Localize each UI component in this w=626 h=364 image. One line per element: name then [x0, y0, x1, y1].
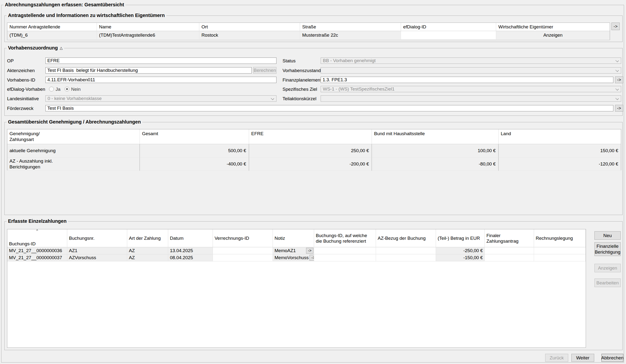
- weiter-button[interactable]: Weiter: [571, 354, 594, 362]
- bund-cell: -80,00 €: [372, 157, 499, 171]
- column-header-efdialog-id: efDialog-ID: [401, 23, 496, 31]
- bearbeiten-button: Bearbeiten: [594, 279, 621, 287]
- op-input[interactable]: [45, 58, 276, 64]
- column-header-notiz[interactable]: Notiz: [273, 229, 314, 247]
- arrow-right-icon: ->: [617, 105, 621, 111]
- datum-cell[interactable]: 13.04.2025: [168, 247, 213, 254]
- buchungsnr-cell[interactable]: AZVorschuss: [67, 254, 127, 261]
- az-bezug-cell[interactable]: [376, 247, 436, 254]
- finanzplanelement-input[interactable]: [321, 77, 613, 83]
- neu-button[interactable]: Neu: [594, 231, 621, 240]
- buchungs-id-cell[interactable]: MV_21_27__0000000036: [7, 247, 67, 254]
- column-header-bund: Bund mit Haushaltsstelle: [372, 129, 499, 144]
- notiz-open-button[interactable]: ->: [306, 248, 313, 254]
- efdialog-vorhaben-label: efDialog-Vorhaben: [7, 87, 45, 92]
- arrow-right-icon: ->: [312, 255, 314, 260]
- finaler-zahlungsantrag-cell[interactable]: [485, 247, 534, 254]
- rechnungslegung-cell[interactable]: [534, 254, 586, 261]
- vorhabens-id-input[interactable]: [45, 77, 276, 83]
- efdialog-nein-radio: [65, 87, 69, 91]
- betrag-cell[interactable]: -250,00 €: [436, 247, 485, 254]
- gesamtuebersicht-table: Genehmigung/ Zahlungsart Gesamt EFRE Bun…: [7, 129, 621, 170]
- referenz-cell[interactable]: [314, 247, 376, 254]
- column-header-art-der-zahlung[interactable]: Art der Zahlung: [127, 229, 168, 247]
- finanzplanelement-open-button[interactable]: ->: [615, 76, 623, 83]
- column-header-land: Land: [499, 129, 621, 144]
- verrechnungs-id-cell[interactable]: [213, 254, 273, 261]
- applicant-efdialog-id-cell: [401, 31, 496, 39]
- notiz-open-button[interactable]: ->: [310, 255, 314, 261]
- notiz-cell[interactable]: MemoAZ1 ->: [273, 247, 314, 254]
- applicant-name-cell: (TDM)TestAntragstellende6: [97, 31, 199, 39]
- column-header-betrag[interactable]: (Teil-) Betrag in EUR: [436, 229, 485, 247]
- chevron-down-icon: [615, 97, 619, 100]
- efre-cell: 250,00 €: [249, 144, 372, 157]
- rechnungslegung-cell[interactable]: [534, 247, 586, 254]
- column-header-efre: EFRE: [249, 129, 372, 144]
- efre-cell: -200,00 €: [249, 157, 372, 171]
- vorhabenszustand-label: Vorhabenszustand: [282, 68, 321, 73]
- datum-cell[interactable]: 08.04.2025: [168, 254, 213, 261]
- az-bezug-cell[interactable]: [376, 254, 436, 261]
- referenz-cell[interactable]: [314, 254, 376, 261]
- anzeigen-button: Anzeigen: [594, 264, 621, 272]
- column-header-finaler-zahlungsantrag[interactable]: Finaler Zahlungsantrag: [485, 229, 534, 247]
- eigentuemer-anzeigen-cell[interactable]: Anzeigen: [496, 31, 610, 39]
- table-row[interactable]: AZ - Auszahlung inkl. Berichtigungen -40…: [7, 157, 621, 171]
- chevron-down-icon: [615, 69, 619, 72]
- column-header-rechnungslegung[interactable]: Rechnungslegung: [534, 229, 586, 247]
- gesamtuebersicht-title: Gesamtübersicht Genehmigung / Abrechnung…: [6, 119, 142, 125]
- einzelzahlung-row[interactable]: MV_21_27__0000000037 AZVorschuss AZ 08.0…: [7, 254, 586, 261]
- arrow-right-icon: ->: [614, 24, 618, 29]
- applicants-table: Nummer Antragstellende Name Ort Straße e…: [7, 23, 610, 40]
- bund-cell: 100,00 €: [372, 144, 499, 157]
- status-label: Status: [282, 58, 296, 64]
- gesamt-cell: -400,00 €: [140, 157, 249, 171]
- column-header-strasse: Straße: [300, 23, 401, 31]
- column-header-wirtschaftliche-eigentuemer: Wirtschaftliche Eigentümer: [496, 23, 610, 31]
- chevron-down-icon: [271, 97, 274, 100]
- arrow-right-icon: ->: [617, 77, 621, 83]
- vorhabenszustand-select: [321, 67, 621, 73]
- betrag-cell[interactable]: -150,00 €: [436, 254, 485, 261]
- verrechnungs-id-cell[interactable]: [213, 247, 273, 254]
- art-cell[interactable]: AZ: [127, 254, 168, 261]
- applicants-open-button[interactable]: ->: [611, 23, 620, 30]
- buchungsnr-cell[interactable]: AZ1: [67, 247, 127, 254]
- teilaktionskuerzel-label: Teilaktionskürzel: [282, 96, 316, 102]
- column-header-datum[interactable]: Datum: [168, 229, 213, 247]
- aktenzeichen-input[interactable]: [45, 67, 252, 73]
- column-header-nummer-antragstellende: Nummer Antragstellende: [7, 23, 97, 31]
- notiz-cell[interactable]: MemoVorschuss ->: [273, 254, 314, 261]
- column-header-verrechnungs-id[interactable]: Verrechnungs-ID: [213, 229, 273, 247]
- applicant-row[interactable]: (TDM)_6 (TDM)TestAntragstellende6 Rostoc…: [7, 31, 610, 39]
- foerderzweck-input[interactable]: [45, 105, 613, 111]
- page-title: Abrechnungszahlungen erfassen: Gesamtübe…: [3, 2, 125, 7]
- zahlungsart-cell: AZ - Auszahlung inkl. Berichtigungen: [7, 157, 140, 171]
- applicant-nummer-cell: (TDM)_6: [7, 31, 97, 39]
- art-cell[interactable]: AZ: [127, 247, 168, 254]
- applicants-header-row: Nummer Antragstellende Name Ort Straße e…: [7, 23, 610, 31]
- table-row[interactable]: aktuelle Genehmigung 500,00 € 250,00 € 1…: [7, 144, 621, 157]
- einzelzahlungen-title: Erfasste Einzelzahlungen: [6, 218, 68, 224]
- finaler-zahlungsantrag-cell[interactable]: [485, 254, 534, 261]
- foerderzweck-label: Förderzweck: [7, 106, 34, 111]
- land-cell: 150,00 €: [499, 144, 621, 157]
- foerderzweck-open-button[interactable]: ->: [615, 105, 623, 112]
- einzelzahlung-row[interactable]: MV_21_27__0000000036 AZ1 AZ 13.04.2025 M…: [7, 247, 586, 254]
- column-header-referenzierte-buchung[interactable]: Buchungs-ID, auf welche die Buchung refe…: [314, 229, 376, 247]
- collapse-triangle-icon[interactable]: △: [60, 46, 63, 50]
- column-header-buchungs-id[interactable]: ^ Buchungs-ID: [7, 229, 67, 247]
- abbrechen-button[interactable]: Abbrechen: [601, 354, 623, 362]
- chevron-down-icon: [615, 87, 619, 91]
- finanzplanelement-label: Finanzplanelement: [282, 77, 322, 83]
- column-header-az-bezug[interactable]: AZ-Bezug der Buchung: [376, 229, 436, 247]
- finanzielle-berichtigung-button[interactable]: Finanzielle Berichtigung: [594, 242, 621, 256]
- buchungs-id-cell[interactable]: MV_21_27__0000000037: [7, 254, 67, 261]
- column-header-buchungsnr[interactable]: Buchungsnr.: [67, 229, 127, 247]
- zahlungsart-cell: aktuelle Genehmigung: [7, 144, 140, 157]
- status-select: BB - Vorhaben genehmigt: [321, 58, 621, 64]
- applicants-groupbox: Antragstellende und Informationen zu wir…: [4, 16, 623, 42]
- vorhabenszuordnung-title: Vorhabenszuordnung △: [6, 45, 64, 51]
- einzelzahlungen-table: ^ Buchungs-ID Buchungsnr. Art der Zahlun…: [7, 229, 586, 348]
